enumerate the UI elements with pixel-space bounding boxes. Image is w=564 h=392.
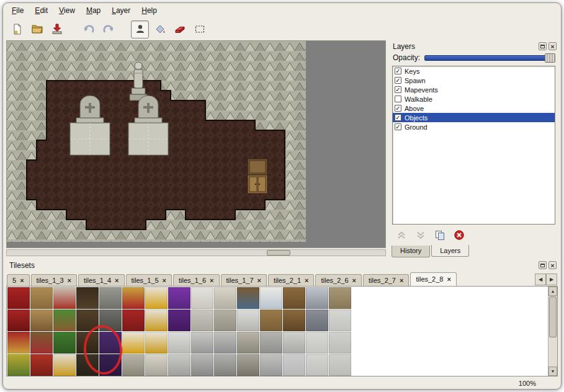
tile-gargoyle-right-top[interactable] [214, 332, 236, 354]
menu-map[interactable]: Map [81, 4, 105, 17]
tile-crate[interactable] [260, 310, 282, 331]
tile-books[interactable] [30, 332, 53, 354]
tile-vase-white[interactable] [260, 287, 282, 309]
tile-throne-red-bottom[interactable] [122, 310, 145, 331]
menu-layer[interactable]: Layer [107, 4, 135, 17]
stamp-tool-button[interactable] [131, 20, 149, 38]
layer-checkbox[interactable]: ✓ [395, 68, 401, 74]
tile-gargoyle-left-top[interactable] [191, 332, 213, 354]
layer-row-above[interactable]: ✓Above [393, 104, 555, 113]
tile-gold-chain[interactable] [122, 332, 145, 354]
layer-row-keys[interactable]: ✓Keys [393, 66, 555, 76]
tile-purple-door-bottom[interactable] [99, 354, 122, 376]
tab-close-icon[interactable]: × [305, 277, 308, 283]
layer-checkbox[interactable]: ✓ [395, 105, 401, 112]
map-canvas[interactable] [7, 41, 306, 242]
tile-pillar-bottom[interactable] [214, 310, 236, 331]
tileset-tab-tiles_1_7[interactable]: tiles_1_7× [221, 274, 267, 286]
tile-shelf-dark[interactable] [76, 332, 99, 354]
tile-cabinet-top[interactable] [76, 287, 99, 309]
tile-dresser-wood[interactable] [283, 287, 305, 309]
tileset-tab-tiles_1_3[interactable]: tiles_1_3× [31, 274, 77, 286]
tab-close-icon[interactable]: × [163, 277, 166, 283]
tile-tile-gray-6[interactable] [329, 354, 351, 376]
tab-close-icon[interactable]: × [400, 277, 403, 283]
tile-loom[interactable] [30, 287, 53, 309]
eraser-tool-button[interactable] [171, 20, 189, 38]
menu-view[interactable]: View [54, 4, 80, 17]
tile-tile-gray[interactable] [329, 310, 351, 331]
tileset-tab-5[interactable]: 5× [7, 274, 30, 286]
tile-goblet-gold[interactable] [145, 310, 168, 331]
layer-checkbox[interactable]: ✓ [395, 86, 401, 93]
tile-tile-gray-4[interactable] [283, 354, 305, 376]
tile-spinning-wheel[interactable] [30, 310, 53, 331]
tab-close-icon[interactable]: × [257, 277, 261, 283]
layer-checkbox[interactable]: ✓ [395, 123, 401, 130]
tile-throne-purple-bottom[interactable] [168, 310, 190, 331]
tile-pillar-top[interactable] [214, 287, 236, 309]
layer-row-objects[interactable]: ✓Objects [393, 113, 555, 122]
tab-close-icon[interactable]: × [210, 277, 213, 283]
tile-banner-red-2[interactable] [7, 310, 30, 331]
tile-tile-gray-2[interactable] [306, 332, 328, 354]
tile-pot-red[interactable] [53, 287, 76, 309]
tile-door-white-top[interactable] [191, 287, 213, 309]
tileset-vertical-scrollbar[interactable]: ▲ ▼ [548, 287, 557, 376]
tile-banner-red[interactable] [7, 287, 30, 309]
layer-checkbox[interactable]: ✓ [395, 77, 401, 84]
opacity-slider[interactable] [424, 55, 555, 61]
tile-shelf-wood[interactable] [329, 287, 351, 309]
tileset-tab-tiles_2_1[interactable]: tiles_2_1× [268, 274, 314, 286]
tile-gargoyle-right-bottom[interactable] [214, 354, 236, 376]
tile-armor-top[interactable] [306, 287, 328, 309]
layer-row-walkable[interactable]: Walkable [393, 94, 555, 104]
tile-tile-gray-5[interactable] [306, 354, 328, 376]
tile-gate-bottom[interactable] [99, 310, 122, 331]
tile-gate-top[interactable] [99, 287, 122, 309]
tile-banner-emblem[interactable] [7, 332, 30, 354]
tab-scroll-left-button[interactable]: ◀ [535, 274, 546, 285]
tileset-tab-tiles_1_6[interactable]: tiles_1_6× [173, 274, 219, 286]
redo-button[interactable] [99, 20, 117, 38]
tile-purple-door-top[interactable] [99, 332, 122, 354]
new-button[interactable] [8, 20, 26, 38]
tile-keg[interactable] [283, 310, 305, 331]
tile-armor-bottom[interactable] [306, 310, 328, 331]
scroll-down-button[interactable]: ▼ [548, 367, 557, 376]
map-horizontal-scrollbar[interactable] [6, 249, 386, 256]
tile-pedestal[interactable] [260, 354, 282, 376]
panel-tab-history[interactable]: History [392, 246, 430, 257]
menu-edit[interactable]: Edit [30, 4, 53, 17]
menu-file[interactable]: File [7, 4, 29, 17]
tile-crown-gold[interactable] [145, 287, 168, 309]
tile-vase-stone[interactable] [237, 332, 259, 354]
layer-delete-button[interactable] [454, 229, 465, 243]
panel-tab-layers[interactable]: Layers [431, 245, 469, 257]
tile-tombstone-cross[interactable] [283, 332, 305, 354]
tile-picture-frame[interactable] [237, 287, 259, 309]
tile-tile-gray-3[interactable] [329, 332, 351, 354]
tile-banner-tattered[interactable] [7, 354, 30, 376]
tab-close-icon[interactable]: × [68, 277, 71, 283]
tile-pot-red-2[interactable] [30, 354, 53, 376]
scroll-up-button[interactable]: ▲ [548, 287, 557, 296]
tile-gargoyle-left-bottom[interactable] [191, 354, 213, 376]
tile-plant-small[interactable] [53, 310, 76, 331]
layer-duplicate-button[interactable] [434, 229, 445, 243]
layer-row-spawn[interactable]: ✓Spawn [393, 76, 555, 85]
layer-move-down-button[interactable] [415, 229, 426, 243]
tile-obelisk-top[interactable] [237, 310, 259, 331]
save-button[interactable] [48, 20, 66, 38]
tab-close-icon[interactable]: × [115, 277, 119, 283]
menu-help[interactable]: Help [137, 4, 162, 17]
tile-obelisk-bottom[interactable] [260, 332, 282, 354]
layer-move-up-button[interactable] [396, 229, 407, 243]
layer-checkbox[interactable]: ✓ [395, 114, 401, 121]
tile-throne-red-top[interactable] [122, 287, 145, 309]
tileset-tab-tiles_2_6[interactable]: tiles_2_6× [315, 274, 361, 286]
tile-rock-pile[interactable] [122, 354, 145, 376]
tile-horn-gold[interactable] [53, 354, 76, 376]
tile-statue-base[interactable] [145, 354, 168, 376]
undo-button[interactable] [79, 20, 97, 38]
